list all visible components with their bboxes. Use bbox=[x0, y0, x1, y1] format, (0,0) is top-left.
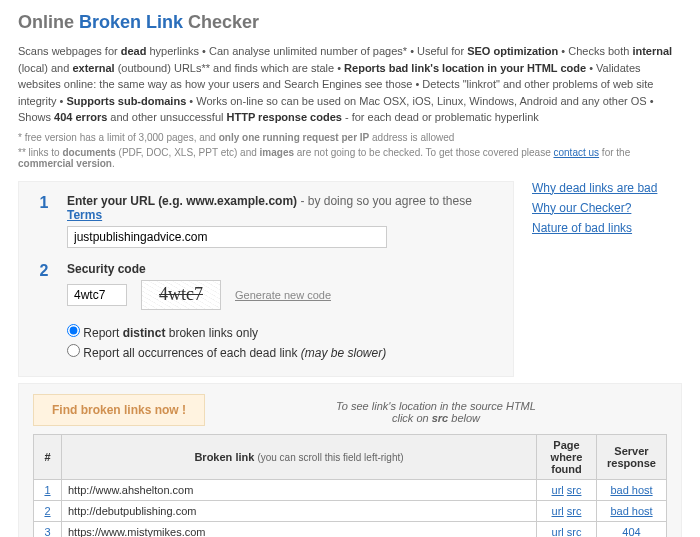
radio-distinct[interactable]: Report distinct broken links only bbox=[67, 324, 497, 340]
side-link-nature[interactable]: Nature of bad links bbox=[532, 221, 632, 235]
report-mode-radios: Report distinct broken links only Report… bbox=[67, 324, 497, 360]
hint-line-1: To see link's location in the source HTM… bbox=[205, 400, 667, 412]
response-link[interactable]: 404 bbox=[622, 526, 640, 538]
find-links-button[interactable]: Find broken links now ! bbox=[33, 394, 205, 426]
contact-us-link[interactable]: contact us bbox=[553, 147, 599, 158]
url-link[interactable]: url bbox=[552, 526, 564, 538]
captcha-image: 4wtc7 bbox=[141, 280, 221, 310]
hint-line-2: click on src below bbox=[205, 412, 667, 424]
col-page: Page where found bbox=[537, 434, 597, 479]
broken-link-cell: http://www.ahshelton.com bbox=[62, 479, 537, 500]
side-links: Why dead links are bad Why our Checker? … bbox=[532, 181, 682, 377]
page-title: Online Broken Link Checker bbox=[18, 12, 682, 33]
side-link-why-bad[interactable]: Why dead links are bad bbox=[532, 181, 657, 195]
table-row: 2http://debutpublishing.comurl srcbad ho… bbox=[34, 500, 667, 521]
terms-link[interactable]: Terms bbox=[67, 208, 102, 222]
form-panel: 1 Enter your URL (e.g. www.example.com) … bbox=[18, 181, 514, 377]
src-link[interactable]: src bbox=[567, 526, 582, 538]
footnote-1: * free version has a limit of 3,000 page… bbox=[18, 132, 682, 143]
table-row: 1http://www.ahshelton.comurl srcbad host bbox=[34, 479, 667, 500]
row-num-link[interactable]: 2 bbox=[44, 505, 50, 517]
broken-link-cell: http://debutpublishing.com bbox=[62, 500, 537, 521]
url-input[interactable] bbox=[67, 226, 387, 248]
src-link[interactable]: src bbox=[567, 484, 582, 496]
results-panel: Find broken links now ! To see link's lo… bbox=[18, 383, 682, 538]
url-link[interactable]: url bbox=[552, 484, 564, 496]
url-label: Enter your URL (e.g. www.example.com) - … bbox=[67, 194, 497, 222]
row-num-link[interactable]: 1 bbox=[44, 484, 50, 496]
row-num-link[interactable]: 3 bbox=[44, 526, 50, 538]
response-link[interactable]: bad host bbox=[610, 505, 652, 517]
src-link[interactable]: src bbox=[567, 505, 582, 517]
table-row: 3https://www.mistymikes.comurl src404 bbox=[34, 521, 667, 537]
broken-link-cell: https://www.mistymikes.com bbox=[62, 521, 537, 537]
description: Scans webpages for dead hyperlinks • Can… bbox=[18, 43, 682, 126]
response-link[interactable]: bad host bbox=[610, 484, 652, 496]
col-link: Broken link (you can scroll this field l… bbox=[62, 434, 537, 479]
url-link[interactable]: url bbox=[552, 505, 564, 517]
results-table: # Broken link (you can scroll this field… bbox=[33, 434, 667, 538]
security-code-label: Security code bbox=[67, 262, 497, 276]
step-1-number: 1 bbox=[35, 194, 53, 212]
security-code-input[interactable] bbox=[67, 284, 127, 306]
radio-all[interactable]: Report all occurrences of each dead link… bbox=[67, 344, 497, 360]
side-link-why-checker[interactable]: Why our Checker? bbox=[532, 201, 631, 215]
footnote-2: ** links to documents (PDF, DOC, XLS, PP… bbox=[18, 147, 682, 169]
generate-code-link[interactable]: Generate new code bbox=[235, 289, 331, 301]
col-num: # bbox=[34, 434, 62, 479]
step-2-number: 2 bbox=[35, 262, 53, 280]
col-response: Server response bbox=[597, 434, 667, 479]
